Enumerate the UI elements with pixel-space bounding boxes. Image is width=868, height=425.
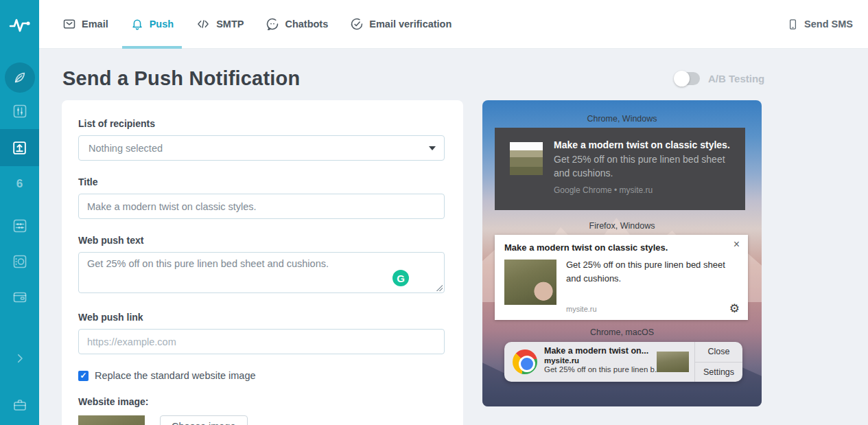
web-push-link-field: Web push link [78, 312, 445, 354]
preview-label-chrome-macos: Chrome, macOS [482, 328, 762, 337]
web-push-text-label: Web push text [78, 235, 445, 246]
sidebar-item-counters[interactable] [0, 218, 39, 234]
briefcase-icon [12, 397, 28, 413]
web-push-text-area[interactable]: Get 25% off on this pure linen bed sheet… [78, 252, 445, 293]
preview-chrome-macos-card: Make a modern twist on... mysite.ru Get … [504, 342, 742, 382]
tab-smtp-label: SMTP [216, 19, 244, 30]
wallet-icon [12, 289, 28, 306]
recipients-field: List of recipients Nothing selected [78, 118, 445, 161]
web-push-link-label: Web push link [78, 312, 445, 323]
sidebar: 6 [0, 0, 39, 425]
chevron-down-icon [429, 146, 436, 150]
code-icon [196, 17, 211, 31]
preview-chrome-windows-body: Get 25% off on this pure linen bed sheet… [554, 152, 738, 181]
bell-icon [130, 17, 144, 31]
preview-label-chrome-windows: Chrome, Windows [482, 114, 762, 124]
preview-macos-body: Get 25% off on this pure linen b... [544, 365, 655, 374]
preview-label-firefox-windows: Firefox, Windows [482, 221, 762, 231]
title-input[interactable] [78, 194, 445, 219]
preview-chrome-windows-image [510, 142, 543, 175]
title-label: Title [78, 176, 445, 187]
brand-logo-pulse-icon[interactable] [0, 0, 39, 49]
chat-icon [266, 17, 279, 31]
replace-image-checkbox[interactable]: ✓ [78, 371, 89, 381]
sidebar-item-billing[interactable] [0, 289, 39, 306]
chrome-logo-icon [513, 349, 537, 374]
tab-email-label: Email [82, 19, 108, 30]
abacus-icon [12, 218, 28, 234]
ab-testing-toggle[interactable] [675, 72, 700, 85]
title-field: Title [78, 176, 445, 219]
website-image-label: Website image: [78, 396, 445, 407]
preview-firefox-windows-card: Make a modern twist on classic styles. ×… [495, 235, 748, 320]
preview-macos-title: Make a modern twist on... [544, 346, 655, 356]
tab-chatbots[interactable]: Chatbots [266, 0, 328, 49]
recipients-selected-value: Nothing selected [89, 143, 163, 154]
preview-chrome-windows-card: Make a modern twist on classic styles. G… [495, 128, 745, 210]
preview-firefox-site: mysite.ru [566, 305, 597, 313]
sidebar-item-compose[interactable] [0, 62, 39, 93]
recipients-select[interactable]: Nothing selected [78, 135, 445, 161]
replace-image-checkbox-row[interactable]: ✓ Replace the standard website image [78, 370, 445, 381]
tab-smtp[interactable]: SMTP [196, 0, 244, 49]
preview-chrome-windows-source: Google Chrome • mysite.ru [554, 185, 738, 195]
website-image-row: Choose image Recommended size: 128*128px [78, 415, 445, 425]
sidebar-expand-chevron-icon[interactable] [0, 352, 39, 365]
push-send-icon [11, 139, 28, 157]
sliders-icon [12, 103, 28, 119]
web-push-text-field: Web push text Get 25% off on this pure l… [78, 235, 445, 296]
replace-image-label: Replace the standard website image [95, 370, 256, 381]
push-form-card: List of recipients Nothing selected Titl… [62, 100, 463, 425]
sidebar-item-push-active[interactable] [0, 129, 39, 166]
web-push-link-input[interactable] [78, 329, 445, 354]
phone-icon [787, 18, 799, 31]
choose-image-button[interactable]: Choose image [160, 415, 248, 425]
close-icon: × [734, 239, 740, 250]
sidebar-item-settings[interactable] [0, 103, 39, 119]
preview-firefox-image [504, 260, 556, 305]
send-sms-button[interactable]: Send SMS [787, 18, 853, 31]
tab-push[interactable]: Push [130, 0, 174, 49]
send-sms-label: Send SMS [804, 19, 853, 30]
website-image-thumbnail [78, 415, 145, 425]
toggle-knob [674, 71, 690, 87]
grammarly-icon[interactable]: G [392, 270, 409, 286]
sidebar-item-automation360[interactable]: 6 [0, 177, 39, 191]
email-icon [62, 17, 76, 31]
pen-icon [5, 62, 35, 93]
tab-chatbots-label: Chatbots [285, 19, 328, 30]
tab-push-label: Push [150, 19, 174, 30]
recipients-label: List of recipients [78, 118, 445, 129]
tab-email[interactable]: Email [62, 0, 108, 49]
sidebar-item-briefcase[interactable] [0, 397, 39, 413]
sidebar-item-media[interactable] [0, 253, 39, 270]
preview-macos-close-button: Close [695, 342, 742, 363]
check-circle-icon [350, 17, 364, 31]
preview-macos-settings-button: Settings [695, 363, 742, 382]
resize-grip-icon[interactable] [436, 285, 443, 291]
camera-icon [12, 253, 28, 270]
notification-preview-panel: Chrome, Windows Make a modern twist on c… [482, 100, 762, 406]
tab-email-verification-label: Email verification [369, 19, 451, 30]
preview-firefox-body: Get 25% off on this pure linen bed sheet… [566, 258, 738, 285]
preview-macos-image [657, 352, 689, 372]
page-title: Send a Push Notification [62, 67, 300, 90]
gear-icon: ⚙ [729, 301, 740, 316]
ab-testing-toggle-row[interactable]: A/B Testing [675, 72, 764, 85]
tab-email-verification[interactable]: Email verification [350, 0, 451, 49]
preview-macos-site: mysite.ru [544, 356, 655, 365]
preview-firefox-title: Make a modern twist on classic styles. [504, 242, 668, 253]
preview-chrome-windows-title: Make a modern twist on classic styles. [554, 139, 738, 150]
top-navbar: Email Push SMTP Chatbots Email veri [39, 0, 868, 49]
ab-testing-label: A/B Testing [708, 73, 764, 84]
